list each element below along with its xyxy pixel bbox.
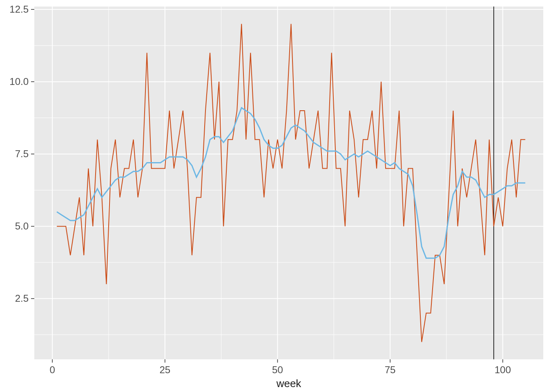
chart-plot: 0255075100 2.55.07.510.012.5 week [0, 0, 549, 392]
x-tick-label: 100 [495, 364, 511, 375]
x-tick-label: 0 [49, 364, 55, 375]
x-tick-label: 50 [272, 364, 283, 375]
y-tick-label: 2.5 [15, 293, 29, 304]
y-tick-label: 10.0 [9, 76, 29, 87]
y-tick-label: 5.0 [15, 220, 29, 232]
y-tick-label: 7.5 [15, 148, 29, 159]
x-tick-label: 75 [385, 364, 396, 375]
x-tick-label: 25 [159, 364, 170, 375]
x-axis-ticks: 0255075100 [49, 359, 511, 375]
x-axis-title: week [276, 377, 302, 390]
y-axis-ticks: 2.55.07.510.012.5 [9, 4, 34, 304]
y-tick-label: 12.5 [9, 4, 29, 15]
